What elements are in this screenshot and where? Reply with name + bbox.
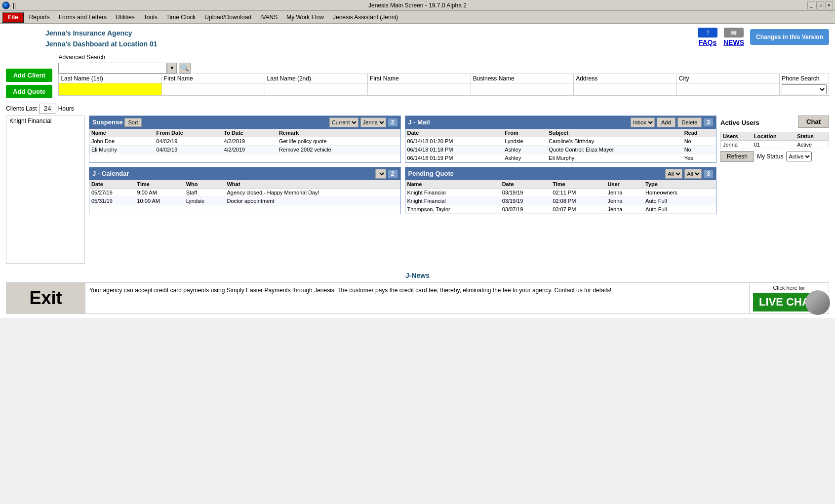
suspense-from-date: 04/02/19 xyxy=(155,137,222,145)
last-name-2nd-input[interactable] xyxy=(267,85,366,93)
jmail-row[interactable]: 06/14/18 01:19 PMAshleyEli MurphyYes xyxy=(405,154,716,162)
jcal-who: Lyndsie xyxy=(184,196,225,205)
jmail-date: 06/14/18 01:19 PM xyxy=(405,154,503,162)
suspense-sort-button[interactable]: Sort xyxy=(124,118,141,127)
pending-quote-row[interactable]: Knight Financial03/19/1902:08 PMJennaAut… xyxy=(405,196,716,205)
pq-col-name: Name xyxy=(405,180,500,189)
refresh-button[interactable]: Refresh xyxy=(720,151,754,162)
menu-file[interactable]: File xyxy=(2,12,24,23)
jcal-date: 05/31/19 xyxy=(89,196,135,205)
avatar-placeholder xyxy=(805,290,830,315)
menu-time-clock[interactable]: Time Clock xyxy=(162,13,200,22)
search-icon: 🔍 xyxy=(181,64,189,72)
jcalendar-filter-dropdown[interactable] xyxy=(375,169,386,179)
menu-utilities[interactable]: Utilities xyxy=(112,13,139,22)
jmail-panel: J - Mail Inbox Add Delete 3 xyxy=(405,116,717,163)
city-input-cell[interactable] xyxy=(676,83,780,95)
pending-quote-controls: All All 3 xyxy=(665,169,713,179)
status-dropdown[interactable]: Active Away Busy xyxy=(786,152,812,161)
maximize-button[interactable]: □ xyxy=(816,1,824,9)
chat-button[interactable]: Chat xyxy=(798,116,829,128)
jmail-read: No xyxy=(682,137,716,145)
address-input-cell[interactable] xyxy=(574,83,677,95)
menu-reports[interactable]: Reports xyxy=(25,13,54,22)
jmail-date: 06/14/18 01:18 PM xyxy=(405,145,503,154)
jmail-filter-dropdown[interactable]: Inbox xyxy=(631,117,655,127)
jmail-add-button[interactable]: Add xyxy=(657,117,676,127)
au-col-status: Status xyxy=(795,132,829,140)
suspense-col-from-date: From Date xyxy=(155,129,222,137)
jcalendar-row[interactable]: 05/27/199:00 AMStaffAgency closed - Happ… xyxy=(89,188,400,196)
jcalendar-row[interactable]: 05/31/1910:00 AMLyndsieDoctor appointmen… xyxy=(89,196,400,205)
last-name-2nd-input-cell[interactable] xyxy=(265,83,368,95)
window-controls[interactable]: _ □ ✕ xyxy=(807,1,833,9)
changes-button[interactable]: Changes in this Version xyxy=(750,29,829,45)
suspense-col-remark: Remark xyxy=(277,129,400,137)
jmail-row[interactable]: 06/14/18 01:20 PMLyndsieCaroline's Birth… xyxy=(405,137,716,145)
clients-panel: Knight Financial xyxy=(6,116,85,264)
clients-panel-item-knight[interactable]: Knight Financial xyxy=(6,116,84,126)
news-button[interactable]: NEWS xyxy=(723,39,744,46)
first-name-2-input[interactable] xyxy=(370,85,469,93)
last-name-1st-input[interactable] xyxy=(61,85,159,93)
menu-tools[interactable]: Tools xyxy=(140,13,161,22)
add-quote-button[interactable]: Add Quote xyxy=(6,85,52,98)
agency-info: Jenna's Insurance Agency Jenna's Dashboa… xyxy=(45,28,158,50)
first-name-1-input[interactable] xyxy=(164,85,263,93)
news-container: 📰 NEWS xyxy=(723,28,744,46)
minimize-button[interactable]: _ xyxy=(807,1,815,9)
phone-search-cell[interactable] xyxy=(780,83,829,95)
menu-my-work-flow[interactable]: My Work Flow xyxy=(282,13,328,22)
close-button[interactable]: ✕ xyxy=(825,1,833,9)
phone-search-dropdown[interactable] xyxy=(782,84,827,94)
menu-forms-letters[interactable]: Forms and Letters xyxy=(55,13,111,22)
suspense-table: Name From Date To Date Remark John Doe04… xyxy=(89,129,400,154)
jmail-col-date: Date xyxy=(405,129,503,137)
title-bar-icons: || xyxy=(2,1,16,9)
suspense-filter-dropdown[interactable]: Current xyxy=(329,117,358,127)
city-input[interactable] xyxy=(679,85,778,93)
panels-row-2: J - Calendar 2 Date Time xyxy=(89,167,716,214)
pending-quote-row[interactable]: Knight Financial03/19/1902:11 PMJennaHom… xyxy=(405,188,716,196)
add-client-button[interactable]: Add Client xyxy=(6,69,52,82)
clients-last-label: Clients Last xyxy=(6,105,37,112)
business-name-input-cell[interactable] xyxy=(471,83,574,95)
last-name-1st-input-cell[interactable] xyxy=(59,83,162,95)
business-name-input[interactable] xyxy=(473,85,572,93)
suspense-row[interactable]: John Doe04/02/194/2/2019Get life policy … xyxy=(89,137,400,145)
news-icon: 📰 xyxy=(724,28,744,38)
jmail-col-from: From xyxy=(503,129,547,137)
clients-last-hours-input[interactable] xyxy=(39,104,56,114)
first-name-2-input-cell[interactable] xyxy=(368,83,471,95)
address-input[interactable] xyxy=(576,85,675,93)
col-last-name-1st: Last Name (1st) xyxy=(59,74,162,83)
pending-quote-row[interactable]: Thompson, Taylor03/07/1903:07 PMJennaAut… xyxy=(405,205,716,213)
first-name-1-input-cell[interactable] xyxy=(161,83,265,95)
menu-upload-download[interactable]: Upload/Download xyxy=(200,13,255,22)
search-input[interactable] xyxy=(58,63,167,74)
suspense-panel: Suspense Sort Current Jenna 2 xyxy=(89,116,401,163)
suspense-user-dropdown[interactable]: Jenna xyxy=(360,117,386,127)
pq-user: Jenna xyxy=(605,205,643,213)
header-buttons: ? FAQs 📰 NEWS Changes in this Version xyxy=(698,28,829,46)
pending-quote-count: 3 xyxy=(704,170,713,178)
pending-quote-filter2-dropdown[interactable]: All xyxy=(684,169,702,179)
live-chat-button[interactable]: LIVE CHAT! xyxy=(753,293,825,311)
jmail-row[interactable]: 06/14/18 01:18 PMAshleyQuote Control: El… xyxy=(405,145,716,154)
pq-user: Jenna xyxy=(605,196,643,205)
jmail-delete-button[interactable]: Delete xyxy=(677,117,702,127)
suspense-row[interactable]: Eli Murphy04/02/194/2/2019Remove 2002 ve… xyxy=(89,145,400,154)
live-chat-box: Click here for LIVE CHAT! xyxy=(750,283,829,313)
jmail-from: Ashley xyxy=(503,145,547,154)
exit-button[interactable]: Exit xyxy=(6,283,85,313)
menu-ivans[interactable]: IVANS xyxy=(256,13,281,22)
pending-quote-filter1-dropdown[interactable]: All xyxy=(665,169,682,179)
faqs-button[interactable]: FAQs xyxy=(699,39,717,46)
active-users-top: Active Users Chat xyxy=(720,116,829,130)
active-users-table: Users Location Status Jenna01Active xyxy=(720,132,829,149)
search-dropdown-arrow[interactable]: ▼ xyxy=(167,63,177,74)
search-button[interactable]: 🔍 xyxy=(179,63,191,74)
menu-jenesis-assistant[interactable]: Jenesis Assistant (Jenni) xyxy=(329,13,402,22)
header-area: Jenna's Insurance Agency Jenna's Dashboa… xyxy=(6,28,829,50)
jmail-date: 06/14/18 01:20 PM xyxy=(405,137,503,145)
